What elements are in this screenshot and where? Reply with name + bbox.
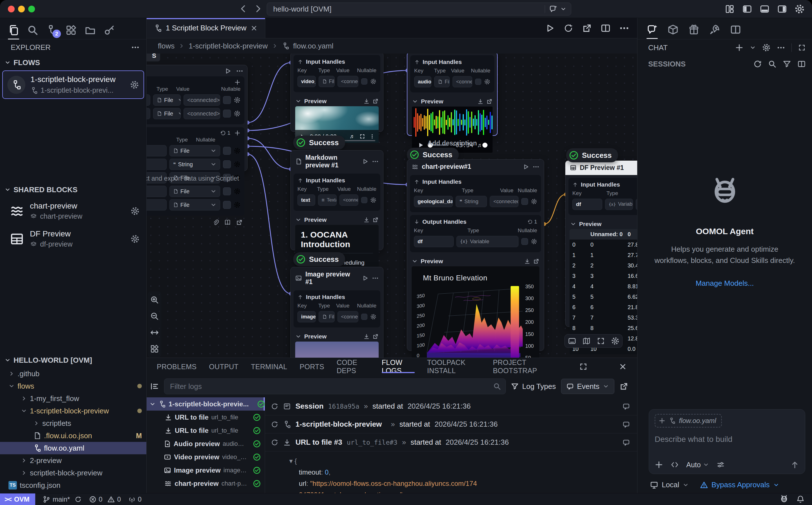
handle-gear-icon[interactable] (370, 197, 376, 203)
toggle-bottom-panel-icon[interactable] (760, 4, 770, 14)
download-icon[interactable] (477, 98, 484, 105)
df-node-header[interactable]: DF Preview #1 (565, 161, 638, 175)
nullable-checkbox[interactable] (521, 238, 528, 245)
command-center[interactable]: hello-world [OVM] (267, 3, 571, 15)
mascot-status-icon[interactable] (779, 495, 789, 504)
volume-icon[interactable]: ♬ (350, 133, 355, 140)
tab-scriptlet-block-preview[interactable]: 1 Scriptlet Block Preview (147, 18, 265, 38)
activity-flows-icon[interactable]: 2 (46, 24, 58, 36)
video-preview-node[interactable]: Input Handles KeyTypeValueNullable video… (290, 53, 384, 132)
tree-item-.flow.ui.oo.json[interactable]: .flow.ui.oo.jsonM (0, 430, 146, 442)
problems-status[interactable]: 00 (89, 495, 121, 503)
activity-blocks-icon[interactable] (65, 24, 77, 36)
panel-tab-toolpack-install[interactable]: TOOLPACK INSTALL (427, 358, 481, 375)
log-list-icon[interactable] (150, 382, 159, 391)
gift-tab-icon[interactable] (688, 23, 700, 36)
add-context-icon[interactable] (655, 461, 663, 469)
chat-sparkle-icon[interactable] (549, 5, 557, 13)
handle-gear-icon[interactable] (234, 147, 241, 154)
maximize-panel-icon[interactable] (579, 362, 587, 371)
project-section-header[interactable]: HELLO-WORLD [OVM] (0, 353, 146, 367)
add-attachment-icon[interactable] (659, 417, 665, 424)
panel-tab-flow-logs[interactable]: FLOW LOGS (382, 358, 415, 375)
markdown-preview-node[interactable]: Markdown preview #1 Input Handles KeyTyp… (290, 150, 384, 250)
activity-folder-icon[interactable] (84, 24, 97, 36)
log-tree-item-chart-preview[interactable]: chart-previewchart-pr... (147, 477, 265, 490)
activity-secrets-icon[interactable] (103, 24, 116, 36)
new-chat-icon[interactable] (735, 43, 743, 52)
explorer-more-icon[interactable] (131, 43, 140, 51)
chat-tab-icon[interactable] (646, 23, 658, 36)
log-tree-item-Audio preview[interactable]: Audio previewaudio_p... (147, 437, 265, 450)
more-actions-icon[interactable] (619, 23, 629, 33)
handle-gear-icon[interactable] (531, 198, 537, 205)
handle-gear-icon[interactable] (370, 78, 376, 85)
panel-tab-project-bootstrap[interactable]: PROJECT BOOTSTRAP (493, 358, 554, 375)
filter-logs-input[interactable]: Filter logs (164, 378, 506, 394)
node-more-icon[interactable] (533, 163, 539, 170)
handle-gear-icon[interactable] (234, 161, 241, 168)
log-tree-item-URL to file[interactable]: URL to fileurl_to_file (147, 410, 265, 424)
model-selector[interactable]: Auto (686, 461, 709, 469)
handle-gear-icon[interactable] (531, 238, 537, 244)
nullable-checkbox[interactable] (223, 160, 231, 168)
search-sessions-icon[interactable] (768, 60, 777, 68)
traffic-zoom-button[interactable] (28, 6, 35, 12)
nullable-checkbox[interactable] (521, 198, 528, 205)
flow-settings-gear-icon[interactable] (130, 80, 139, 89)
nav-forward-icon[interactable] (253, 4, 263, 13)
panel-tab-terminal[interactable]: TERMINAL (251, 358, 287, 375)
chevron-down-icon[interactable] (560, 6, 566, 12)
comment-icon[interactable] (623, 403, 630, 410)
history-icon[interactable] (220, 130, 226, 136)
shared-block-chart-preview[interactable]: chart-preview chart-preview (0, 197, 146, 225)
download-icon[interactable] (364, 98, 370, 104)
nullable-checkbox[interactable] (361, 78, 367, 85)
flow-item-selected[interactable]: 1-scriptlet-block-preview 1-scriptlet-bl… (2, 70, 144, 99)
nullable-checkbox[interactable] (361, 314, 367, 320)
attachment-chip[interactable]: flow.oo.yaml (655, 414, 722, 428)
rerun-icon[interactable] (271, 402, 279, 410)
code-icon[interactable] (670, 461, 679, 469)
tree-item-.github[interactable]: .github (0, 367, 146, 380)
shared-blocks-header[interactable]: SHARED BLOCKS (0, 182, 146, 197)
split-sessions-icon[interactable] (797, 60, 806, 68)
chart-preview-node[interactable]: chart-preview#1 Input Handles KeyTypeVal… (407, 159, 544, 351)
breadcrumb-flows[interactable]: flows (158, 42, 174, 50)
audio-preview-node[interactable]: Input Handles KeyTypeValueNullable audio… (407, 53, 498, 136)
layout-icon[interactable] (150, 344, 159, 353)
download-icon[interactable] (364, 217, 370, 223)
panel-tab-problems[interactable]: PROBLEMS (157, 358, 196, 375)
log-json-payload[interactable]: ▾ {timeout: 0,url: "https://oomol-flows.… (265, 452, 479, 493)
tuning-sliders-icon[interactable] (716, 461, 725, 469)
scriptlet-node[interactable]: TypeValueNullable File <connected> File … (147, 65, 248, 171)
add-description-hint[interactable]: Add description (407, 140, 498, 147)
export-icon[interactable] (582, 23, 592, 33)
handle-gear-icon[interactable] (234, 97, 241, 104)
nullable-checkbox[interactable] (223, 201, 231, 209)
toggle-right-panel-icon[interactable] (777, 4, 787, 14)
tree-item-1-scriptlet-block-preview[interactable]: 1-scriptlet-block-preview (0, 405, 146, 417)
run-node-icon[interactable] (522, 163, 529, 170)
comment-icon[interactable] (623, 439, 630, 446)
events-dropdown[interactable]: Events (561, 379, 615, 394)
nullable-checkbox[interactable] (475, 78, 481, 85)
fit-view-icon[interactable] (150, 328, 159, 337)
flows-section-header[interactable]: FLOWS (0, 55, 146, 70)
open-external-icon[interactable] (373, 98, 379, 104)
package-tab-icon[interactable] (667, 23, 679, 36)
panel-tab-code-deps[interactable]: CODE DEPS (336, 358, 369, 375)
expand-chat-icon[interactable] (798, 44, 806, 51)
manage-models-link[interactable]: Manage Models... (638, 279, 812, 288)
kebab-icon[interactable] (370, 134, 375, 139)
download-icon[interactable] (364, 333, 370, 340)
docs-tab-icon[interactable] (729, 23, 742, 36)
zoom-in-icon[interactable] (150, 295, 159, 304)
activity-files-icon[interactable] (7, 24, 20, 36)
handle-gear-icon[interactable] (234, 188, 241, 195)
open-external-icon[interactable] (533, 258, 539, 264)
rerun-icon[interactable] (271, 420, 279, 428)
nullable-checkbox[interactable] (223, 187, 231, 195)
git-branch-status[interactable]: main* (42, 495, 82, 503)
remote-indicator[interactable]: ><OVM (0, 493, 35, 505)
